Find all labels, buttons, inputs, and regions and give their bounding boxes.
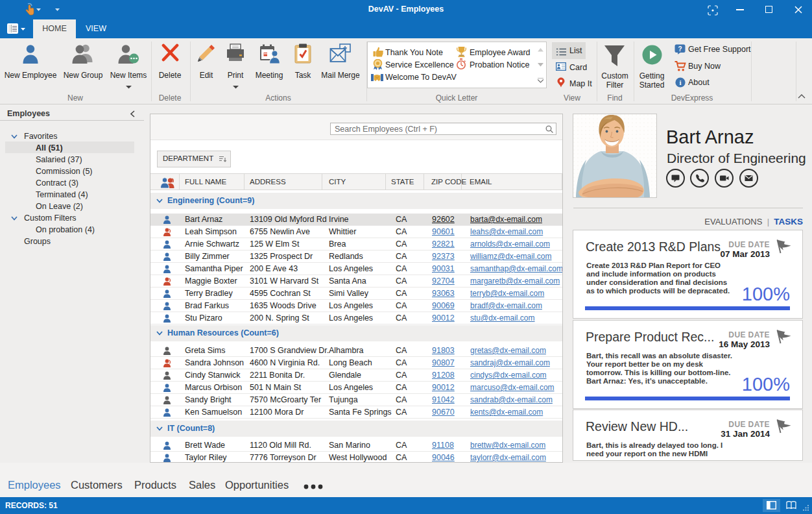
svg-text:?: ? [678,45,682,53]
svg-text:i: i [679,79,681,86]
